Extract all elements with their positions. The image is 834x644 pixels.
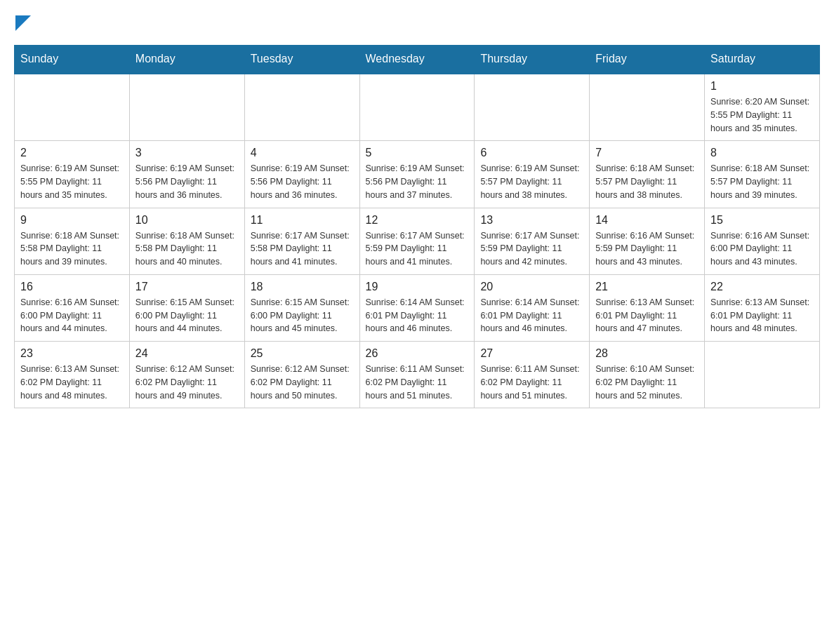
- day-number: 16: [20, 281, 124, 293]
- calendar-day: 20Sunrise: 6:14 AM Sunset: 6:01 PM Dayli…: [475, 274, 590, 341]
- calendar-day: 17Sunrise: 6:15 AM Sunset: 6:00 PM Dayli…: [129, 274, 244, 341]
- calendar-day: 21Sunrise: 6:13 AM Sunset: 6:01 PM Dayli…: [590, 274, 705, 341]
- day-info: Sunrise: 6:17 AM Sunset: 5:59 PM Dayligh…: [366, 229, 469, 269]
- calendar-day: 25Sunrise: 6:12 AM Sunset: 6:02 PM Dayli…: [244, 342, 359, 408]
- calendar-week-2: 2Sunrise: 6:19 AM Sunset: 5:55 PM Daylig…: [15, 141, 820, 208]
- day-of-week-monday: Monday: [129, 46, 244, 74]
- day-info: Sunrise: 6:18 AM Sunset: 5:58 PM Dayligh…: [135, 229, 239, 269]
- day-info: Sunrise: 6:12 AM Sunset: 6:02 PM Dayligh…: [135, 363, 239, 402]
- day-number: 5: [366, 147, 469, 159]
- day-info: Sunrise: 6:19 AM Sunset: 5:56 PM Dayligh…: [135, 162, 239, 201]
- day-number: 17: [135, 281, 239, 293]
- calendar-day: 27Sunrise: 6:11 AM Sunset: 6:02 PM Dayli…: [475, 342, 590, 408]
- calendar-day: 7Sunrise: 6:18 AM Sunset: 5:57 PM Daylig…: [590, 141, 705, 208]
- logo-triangle-icon: [15, 15, 31, 31]
- calendar-header: SundayMondayTuesdayWednesdayThursdayFrid…: [15, 46, 820, 74]
- day-number: 19: [366, 281, 469, 293]
- day-number: 18: [251, 281, 354, 293]
- calendar-day: 9Sunrise: 6:18 AM Sunset: 5:58 PM Daylig…: [15, 208, 130, 274]
- calendar-day: 4Sunrise: 6:19 AM Sunset: 5:56 PM Daylig…: [244, 141, 359, 208]
- day-number: 8: [710, 147, 814, 159]
- day-info: Sunrise: 6:11 AM Sunset: 6:02 PM Dayligh…: [480, 363, 583, 402]
- calendar-day: [590, 74, 705, 141]
- calendar-day: 16Sunrise: 6:16 AM Sunset: 6:00 PM Dayli…: [15, 274, 130, 341]
- day-of-week-thursday: Thursday: [475, 46, 590, 74]
- day-info: Sunrise: 6:14 AM Sunset: 6:01 PM Dayligh…: [366, 296, 469, 335]
- day-number: 3: [135, 147, 239, 159]
- day-info: Sunrise: 6:20 AM Sunset: 5:55 PM Dayligh…: [710, 95, 814, 135]
- day-number: 6: [480, 147, 583, 159]
- calendar-day: [705, 342, 820, 408]
- day-info: Sunrise: 6:13 AM Sunset: 6:02 PM Dayligh…: [20, 363, 124, 402]
- calendar-day: 1Sunrise: 6:20 AM Sunset: 5:55 PM Daylig…: [705, 74, 820, 141]
- day-info: Sunrise: 6:15 AM Sunset: 6:00 PM Dayligh…: [135, 296, 239, 335]
- calendar-day: 18Sunrise: 6:15 AM Sunset: 6:00 PM Dayli…: [244, 274, 359, 341]
- day-info: Sunrise: 6:11 AM Sunset: 6:02 PM Dayligh…: [366, 363, 469, 402]
- calendar-day: 8Sunrise: 6:18 AM Sunset: 5:57 PM Daylig…: [705, 141, 820, 208]
- day-number: 12: [366, 214, 469, 227]
- day-info: Sunrise: 6:10 AM Sunset: 6:02 PM Dayligh…: [595, 363, 699, 402]
- calendar-day: 13Sunrise: 6:17 AM Sunset: 5:59 PM Dayli…: [475, 208, 590, 274]
- calendar-week-5: 23Sunrise: 6:13 AM Sunset: 6:02 PM Dayli…: [15, 342, 820, 408]
- day-number: 27: [480, 347, 583, 360]
- calendar-day: 24Sunrise: 6:12 AM Sunset: 6:02 PM Dayli…: [129, 342, 244, 408]
- calendar-day: 5Sunrise: 6:19 AM Sunset: 5:56 PM Daylig…: [359, 141, 475, 208]
- day-number: 28: [595, 347, 699, 360]
- day-info: Sunrise: 6:13 AM Sunset: 6:01 PM Dayligh…: [595, 296, 699, 335]
- calendar-day: [475, 74, 590, 141]
- calendar-week-4: 16Sunrise: 6:16 AM Sunset: 6:00 PM Dayli…: [15, 274, 820, 341]
- day-number: 2: [20, 147, 124, 159]
- day-number: 1: [710, 80, 814, 93]
- day-info: Sunrise: 6:18 AM Sunset: 5:57 PM Dayligh…: [595, 162, 699, 201]
- day-of-week-friday: Friday: [590, 46, 705, 74]
- day-of-week-wednesday: Wednesday: [359, 46, 475, 74]
- day-info: Sunrise: 6:16 AM Sunset: 6:00 PM Dayligh…: [20, 296, 124, 335]
- day-number: 4: [251, 147, 354, 159]
- day-info: Sunrise: 6:14 AM Sunset: 6:01 PM Dayligh…: [480, 296, 583, 335]
- calendar-week-3: 9Sunrise: 6:18 AM Sunset: 5:58 PM Daylig…: [15, 208, 820, 274]
- day-of-week-saturday: Saturday: [705, 46, 820, 74]
- day-number: 23: [20, 347, 124, 360]
- day-number: 9: [20, 214, 124, 227]
- calendar-day: 14Sunrise: 6:16 AM Sunset: 5:59 PM Dayli…: [590, 208, 705, 274]
- day-info: Sunrise: 6:18 AM Sunset: 5:58 PM Dayligh…: [20, 229, 124, 269]
- calendar-day: 28Sunrise: 6:10 AM Sunset: 6:02 PM Dayli…: [590, 342, 705, 408]
- calendar-table: SundayMondayTuesdayWednesdayThursdayFrid…: [14, 45, 820, 408]
- calendar-day: 19Sunrise: 6:14 AM Sunset: 6:01 PM Dayli…: [359, 274, 475, 341]
- day-info: Sunrise: 6:18 AM Sunset: 5:57 PM Dayligh…: [710, 162, 814, 201]
- calendar-day: 15Sunrise: 6:16 AM Sunset: 6:00 PM Dayli…: [705, 208, 820, 274]
- day-info: Sunrise: 6:16 AM Sunset: 5:59 PM Dayligh…: [595, 229, 699, 269]
- day-info: Sunrise: 6:17 AM Sunset: 5:59 PM Dayligh…: [480, 229, 583, 269]
- calendar-day: 12Sunrise: 6:17 AM Sunset: 5:59 PM Dayli…: [359, 208, 475, 274]
- logo: [14, 14, 31, 31]
- day-number: 22: [710, 281, 814, 293]
- day-info: Sunrise: 6:12 AM Sunset: 6:02 PM Dayligh…: [251, 363, 354, 402]
- day-info: Sunrise: 6:15 AM Sunset: 6:00 PM Dayligh…: [251, 296, 354, 335]
- day-number: 21: [595, 281, 699, 293]
- day-info: Sunrise: 6:13 AM Sunset: 6:01 PM Dayligh…: [710, 296, 814, 335]
- svg-marker-0: [15, 15, 31, 31]
- calendar-day: 26Sunrise: 6:11 AM Sunset: 6:02 PM Dayli…: [359, 342, 475, 408]
- day-number: 25: [251, 347, 354, 360]
- calendar-day: 3Sunrise: 6:19 AM Sunset: 5:56 PM Daylig…: [129, 141, 244, 208]
- day-number: 24: [135, 347, 239, 360]
- day-number: 10: [135, 214, 239, 227]
- day-number: 15: [710, 214, 814, 227]
- calendar-day: [244, 74, 359, 141]
- calendar-day: [15, 74, 130, 141]
- day-number: 13: [480, 214, 583, 227]
- day-info: Sunrise: 6:17 AM Sunset: 5:58 PM Dayligh…: [251, 229, 354, 269]
- day-number: 26: [366, 347, 469, 360]
- days-of-week-row: SundayMondayTuesdayWednesdayThursdayFrid…: [15, 46, 820, 74]
- day-info: Sunrise: 6:19 AM Sunset: 5:56 PM Dayligh…: [251, 162, 354, 201]
- day-info: Sunrise: 6:19 AM Sunset: 5:56 PM Dayligh…: [366, 162, 469, 201]
- calendar-day: [359, 74, 475, 141]
- calendar-week-1: 1Sunrise: 6:20 AM Sunset: 5:55 PM Daylig…: [15, 74, 820, 141]
- day-of-week-sunday: Sunday: [15, 46, 130, 74]
- day-info: Sunrise: 6:16 AM Sunset: 6:00 PM Dayligh…: [710, 229, 814, 269]
- page-header: [14, 14, 820, 31]
- day-number: 7: [595, 147, 699, 159]
- calendar-day: 6Sunrise: 6:19 AM Sunset: 5:57 PM Daylig…: [475, 141, 590, 208]
- calendar-day: 11Sunrise: 6:17 AM Sunset: 5:58 PM Dayli…: [244, 208, 359, 274]
- day-number: 14: [595, 214, 699, 227]
